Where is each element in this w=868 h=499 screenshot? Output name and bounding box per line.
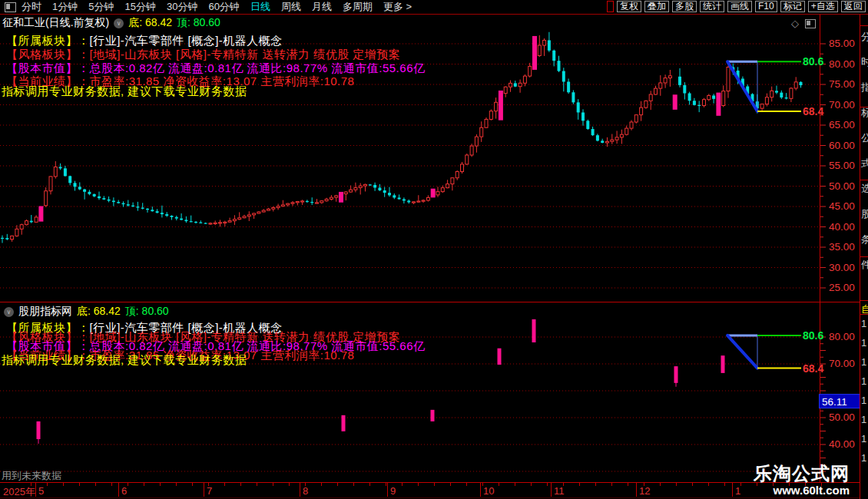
- toolbar-button-统计[interactable]: 统计: [700, 1, 724, 12]
- diamond-icon[interactable]: ◇: [791, 18, 799, 29]
- period-tab-分时[interactable]: 分时: [22, 0, 41, 14]
- watermark-site-name: 乐淘公式网: [754, 464, 850, 484]
- svg-text:80.6: 80.6: [803, 329, 823, 342]
- panel-separator[interactable]: [0, 302, 868, 302]
- svg-text:40.00: 40.00: [829, 438, 855, 450]
- collapse-chevron-icon[interactable]: ∨: [4, 307, 14, 317]
- sidebar-section-divider: [860, 107, 868, 107]
- toolbar-button-F10[interactable]: F10: [755, 1, 777, 12]
- period-tab-更多 >[interactable]: 更多 >: [383, 0, 412, 14]
- svg-text:45.00: 45.00: [829, 200, 855, 212]
- month-separator: [387, 483, 388, 497]
- toolbar-button-多股[interactable]: 多股: [672, 1, 697, 12]
- toolbar-button-画线[interactable]: 画线: [727, 1, 752, 12]
- window-icon[interactable]: [5, 2, 16, 12]
- annotation-line: 指标调用专业财务数据, 建议下载专业财务数据: [2, 84, 247, 99]
- month-label: 1: [735, 485, 740, 497]
- truncated-sidebar-glyph-highlight: 自: [861, 302, 868, 316]
- split-window-icon[interactable]: [805, 19, 816, 28]
- right-sidebar-strip[interactable]: 分时指标公式选股条件自11111111: [860, 15, 868, 499]
- collapse-chevron-icon[interactable]: ∨: [114, 18, 124, 28]
- svg-text:80.00: 80.00: [829, 331, 855, 342]
- svg-text:68.4: 68.4: [803, 105, 823, 117]
- svg-text:25.00: 25.00: [829, 282, 855, 293]
- period-tab-周线[interactable]: 周线: [281, 0, 301, 14]
- truncated-quote-digit: 1: [861, 452, 866, 464]
- period-tab-30分钟[interactable]: 30分钟: [167, 0, 197, 14]
- date-axis[interactable]: 2025年 567891011121: [0, 482, 868, 498]
- svg-text:55.00: 55.00: [829, 160, 855, 171]
- month-label: 5: [38, 485, 44, 497]
- month-separator: [118, 483, 119, 497]
- svg-text:68.4: 68.4: [803, 362, 823, 375]
- month-separator: [35, 483, 36, 497]
- period-tab-日线[interactable]: 日线: [250, 0, 270, 14]
- toolbar-button-+自选[interactable]: +自选: [808, 1, 838, 12]
- toolbar-button-标记[interactable]: 标记: [780, 1, 805, 12]
- svg-text:85.00: 85.00: [829, 38, 855, 49]
- truncated-quote-digit: 1: [861, 356, 866, 368]
- toolbar-button-返回[interactable]: 返回: [841, 1, 866, 12]
- svg-text:50.00: 50.00: [829, 180, 855, 192]
- top-level-label: 顶: 80.60: [125, 305, 169, 319]
- truncated-sidebar-glyph: 条: [861, 233, 868, 246]
- month-separator: [204, 483, 204, 497]
- toolbar-button-复权[interactable]: 复权: [617, 1, 641, 12]
- month-label: 6: [121, 485, 127, 497]
- app-window: 分时1分钟5分钟15分钟30分钟60分钟日线周线月线多周期更多 > 复权叠加多股…: [0, 0, 868, 499]
- date-tick-marks: [31, 483, 830, 486]
- period-tab-60分钟[interactable]: 60分钟: [208, 0, 239, 14]
- annotation-line: 指标调用专业财务数据, 建议下载专业财务数据: [2, 353, 247, 368]
- truncated-sidebar-glyph: 指: [861, 81, 868, 94]
- indicator-title: 股朋指标网: [18, 305, 72, 319]
- truncated-quote-digit: 1: [861, 414, 866, 425]
- truncated-sidebar-glyph: 选: [861, 182, 868, 196]
- month-label: 10: [483, 485, 494, 497]
- month-separator: [551, 483, 552, 497]
- month-label: 8: [303, 485, 308, 497]
- month-separator: [636, 483, 637, 497]
- svg-text:35.00: 35.00: [829, 241, 855, 253]
- truncated-quote-digit: 1: [861, 375, 866, 387]
- annotation-line: 【风格板块】：[地域]-山东板块 [风格]-专精特新 送转潜力 绩优股 定增预案: [6, 48, 400, 62]
- month-label: 9: [390, 485, 396, 497]
- month-label: 12: [639, 485, 650, 497]
- period-tabs: 分时1分钟5分钟15分钟30分钟60分钟日线周线月线多周期更多 >: [22, 0, 412, 14]
- period-tab-1分钟[interactable]: 1分钟: [52, 0, 78, 14]
- truncated-quote-digit: 1: [861, 337, 866, 349]
- svg-text:80.6: 80.6: [803, 55, 823, 68]
- truncated-sidebar-glyph: 标: [861, 106, 868, 120]
- period-tab-15分钟[interactable]: 15分钟: [124, 0, 155, 14]
- sidebar-section-divider: [860, 25, 868, 26]
- month-separator: [480, 483, 481, 497]
- indicator-header: ∨ 股朋指标网 底: 68.42 顶: 80.60: [4, 305, 169, 319]
- chart-header: 征和工业(日线.前复权) ∨ 底: 68.42 顶: 80.60: [2, 16, 220, 30]
- toolbar-button-叠加[interactable]: 叠加: [644, 1, 669, 12]
- truncated-sidebar-glyph: 式: [861, 157, 868, 170]
- month-separator: [300, 483, 300, 497]
- truncated-quote-digit: 1: [861, 395, 866, 406]
- truncated-sidebar-glyph: 股: [861, 207, 868, 221]
- truncated-sidebar-glyph: 件: [861, 258, 868, 272]
- period-tab-多周期[interactable]: 多周期: [343, 0, 373, 14]
- watermark-url: www.60lt.com: [754, 484, 850, 497]
- bottom-level-label: 底: 68.42: [128, 16, 172, 30]
- svg-text:75.00: 75.00: [829, 78, 855, 90]
- svg-text:70.00: 70.00: [829, 358, 855, 369]
- chart-title: 征和工业(日线.前复权): [2, 16, 109, 30]
- partial-button-fragment: [607, 1, 614, 12]
- month-label: 7: [207, 485, 212, 497]
- future-data-note: 用到未来数据: [2, 469, 61, 483]
- svg-text:40.00: 40.00: [829, 221, 855, 233]
- truncated-sidebar-glyph: 分: [861, 30, 868, 44]
- chart-corner-icons: ◇: [791, 18, 816, 29]
- annotation-line: 【所属板块】：[行业]-汽车零部件 [概念]-机器人概念: [6, 34, 283, 48]
- truncated-quote-digit: 1: [861, 433, 866, 444]
- svg-text:65.00: 65.00: [829, 119, 855, 131]
- top-level-label: 顶: 80.60: [177, 16, 220, 30]
- period-tab-月线[interactable]: 月线: [312, 0, 332, 14]
- truncated-sidebar-glyph: 时: [861, 55, 868, 69]
- truncated-sidebar-glyph: 公: [861, 131, 868, 145]
- top-toolbar: 分时1分钟5分钟15分钟30分钟60分钟日线周线月线多周期更多 > 复权叠加多股…: [0, 0, 868, 15]
- period-tab-5分钟[interactable]: 5分钟: [88, 0, 114, 14]
